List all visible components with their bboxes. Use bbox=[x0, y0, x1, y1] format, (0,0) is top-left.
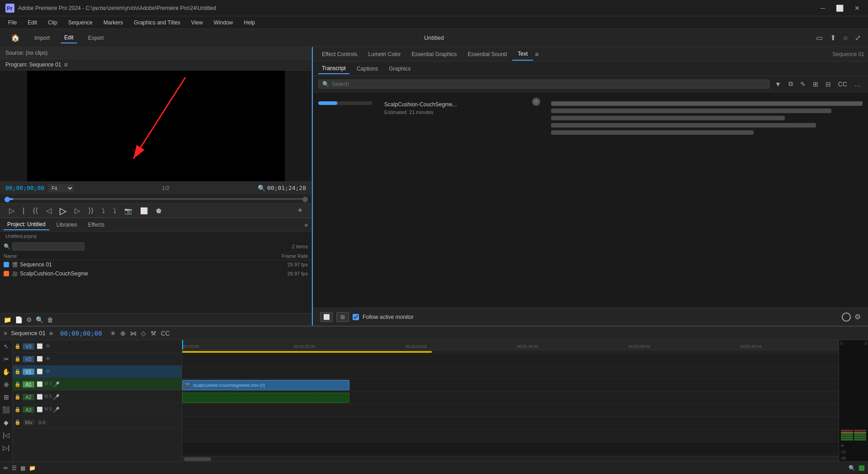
graphics-subtab[interactable]: Graphics bbox=[385, 64, 414, 74]
delete-button[interactable]: 🗑 bbox=[47, 316, 53, 323]
project-search-input[interactable] bbox=[12, 242, 85, 251]
prev-frame-button[interactable]: ◁ bbox=[44, 205, 53, 216]
essential-sound-tab[interactable]: Essential Sound bbox=[462, 48, 513, 60]
toggle-eye-v2[interactable]: 👁 bbox=[44, 356, 52, 362]
solo-a2[interactable]: S bbox=[49, 394, 52, 400]
mute-a1[interactable]: M bbox=[44, 381, 48, 388]
lock-a3[interactable]: 🔒 bbox=[14, 407, 21, 412]
menu-markers[interactable]: Markers bbox=[99, 19, 127, 27]
nudge-right-button[interactable]: ▷| bbox=[2, 443, 10, 452]
lumetri-color-tab[interactable]: Lumetri Color bbox=[363, 48, 406, 60]
lock-a1[interactable]: 🔒 bbox=[14, 381, 21, 387]
more-controls-button[interactable]: ⬟ bbox=[154, 206, 163, 215]
capture-icon[interactable]: ▭ bbox=[816, 33, 823, 42]
camera-button[interactable]: 📷 bbox=[123, 206, 134, 215]
menu-edit[interactable]: Edit bbox=[23, 19, 42, 27]
ripple-button[interactable]: ⊕ bbox=[119, 329, 127, 338]
link-button[interactable]: ⬛ bbox=[1, 405, 11, 414]
marker-button[interactable]: ◆ bbox=[3, 418, 9, 427]
lock-v1[interactable]: 🔒 bbox=[14, 369, 21, 374]
snap-button[interactable]: ⊞ bbox=[3, 393, 10, 402]
settings-icon[interactable]: ⚙ bbox=[854, 313, 861, 321]
fit-dropdown[interactable]: Fit 25% 50% 100% bbox=[48, 184, 74, 192]
menu-sequence[interactable]: Sequence bbox=[64, 19, 97, 27]
export-button[interactable]: Export bbox=[85, 33, 108, 43]
menu-view[interactable]: View bbox=[187, 19, 208, 27]
import-button[interactable]: Import bbox=[31, 33, 53, 43]
hand-tool[interactable]: ✋ bbox=[1, 367, 11, 376]
pen-tool-button[interactable]: ✏ bbox=[4, 465, 8, 471]
solo-a1[interactable]: S bbox=[49, 381, 52, 388]
overwrite-button[interactable]: ⤵ bbox=[111, 206, 118, 215]
monitor-button-2[interactable]: ⊞ bbox=[336, 312, 349, 322]
automate-button[interactable]: ⚙ bbox=[26, 316, 32, 323]
next-frame-button[interactable]: ▷ bbox=[73, 205, 82, 216]
libraries-tab[interactable]: Libraries bbox=[53, 220, 81, 230]
add-button[interactable]: + bbox=[296, 205, 304, 216]
menu-window[interactable]: Window bbox=[209, 19, 238, 27]
scrubber-handle[interactable] bbox=[5, 197, 10, 202]
transcript-more-button[interactable]: … bbox=[853, 80, 863, 89]
solo-a3[interactable]: S bbox=[49, 407, 52, 413]
toggle-sync-a3[interactable]: ⬜ bbox=[36, 407, 43, 413]
trim-button[interactable]: ⋈ bbox=[129, 329, 137, 338]
project-item-sequence[interactable]: 🎬 Sequence 01 29.97 fps bbox=[0, 260, 311, 269]
project-tab[interactable]: Project: Untitled bbox=[4, 219, 49, 230]
razor-button[interactable]: ◇ bbox=[140, 329, 147, 338]
track-label-a3[interactable]: A3 bbox=[23, 407, 34, 413]
effect-controls-tab[interactable]: Effect Controls bbox=[316, 48, 363, 60]
export-frame-button[interactable]: ⬜ bbox=[138, 206, 150, 215]
captions-tool-button[interactable]: CC bbox=[160, 329, 171, 338]
split-button[interactable]: ⧉ bbox=[787, 79, 795, 89]
search-btn-bottom[interactable]: 🔍 bbox=[849, 465, 855, 471]
add-track-button[interactable]: ✳ bbox=[109, 329, 117, 338]
play-button[interactable]: ▷ bbox=[58, 204, 68, 217]
mark-out-button[interactable]: | bbox=[21, 206, 26, 216]
selection-tool[interactable]: ↖ bbox=[3, 342, 10, 351]
options-btn2[interactable]: ⊟ bbox=[824, 80, 833, 89]
find-button[interactable]: 🔍 bbox=[36, 316, 43, 323]
toggle-sync-v2[interactable]: ⬜ bbox=[36, 356, 43, 362]
follow-monitor-label[interactable]: Follow active monitor bbox=[363, 314, 414, 320]
effects-tab[interactable]: Effects bbox=[85, 220, 108, 230]
project-item-clip[interactable]: 🎥 ScalpCushion-CouchSegme 29.97 fps bbox=[0, 269, 311, 278]
record-a1[interactable]: 🎤 bbox=[53, 381, 60, 388]
cancel-processing-button[interactable]: ✕ bbox=[532, 98, 540, 106]
scrubber-track[interactable] bbox=[7, 198, 304, 200]
monitor-button-1[interactable]: ⬜ bbox=[320, 312, 333, 322]
work-area-bar[interactable] bbox=[182, 350, 839, 354]
menu-clip[interactable]: Clip bbox=[43, 19, 62, 27]
track-label-a2[interactable]: A2 bbox=[23, 394, 34, 400]
text-tab[interactable]: Text bbox=[512, 48, 533, 61]
edit-text-button[interactable]: ✎ bbox=[798, 80, 807, 89]
bin-button[interactable]: 📁 bbox=[29, 465, 36, 471]
insert-button[interactable]: ⤵ bbox=[100, 206, 107, 215]
zoom-icon[interactable]: 🔍 bbox=[258, 185, 265, 192]
timeline-menu-icon[interactable]: ≡ bbox=[49, 330, 53, 337]
scroll-thumb[interactable] bbox=[184, 457, 211, 461]
home-button[interactable]: 🏠 bbox=[7, 32, 24, 44]
mute-a2[interactable]: M bbox=[44, 394, 48, 400]
zoom-tool[interactable]: ⊕ bbox=[3, 380, 10, 389]
step-left-button[interactable]: ⟨⟨ bbox=[31, 205, 40, 216]
track-label-v1[interactable]: V1 bbox=[23, 369, 34, 375]
transcript-subtab[interactable]: Transcript bbox=[318, 63, 349, 74]
lock-mix[interactable]: 🔒 bbox=[14, 419, 21, 425]
transcript-search-input[interactable] bbox=[332, 81, 765, 87]
nudge-left-button[interactable]: |◁ bbox=[2, 431, 10, 440]
lock-a2[interactable]: 🔒 bbox=[14, 394, 21, 400]
follow-monitor-checkbox[interactable] bbox=[353, 314, 359, 320]
close-button[interactable]: ✕ bbox=[852, 4, 863, 13]
new-item-button[interactable]: 📄 bbox=[15, 316, 23, 323]
toggle-sync-v3[interactable]: ⬜ bbox=[36, 343, 43, 349]
filter-button[interactable]: ▼ bbox=[773, 80, 783, 89]
timeline-close-button[interactable]: × bbox=[4, 330, 7, 337]
toggle-sync-a1[interactable]: ⬜ bbox=[36, 381, 43, 388]
share-icon[interactable]: ⬆ bbox=[830, 33, 836, 42]
toggle-sync-a2[interactable]: ⬜ bbox=[36, 394, 43, 400]
panel-more-icon[interactable]: » bbox=[304, 221, 308, 228]
mute-a3[interactable]: M bbox=[44, 407, 48, 413]
essential-graphics-tab[interactable]: Essential Graphics bbox=[406, 48, 462, 60]
timeline-timecode[interactable]: 00;00;00;00 bbox=[60, 330, 102, 337]
lock-v3[interactable]: 🔒 bbox=[14, 343, 21, 349]
